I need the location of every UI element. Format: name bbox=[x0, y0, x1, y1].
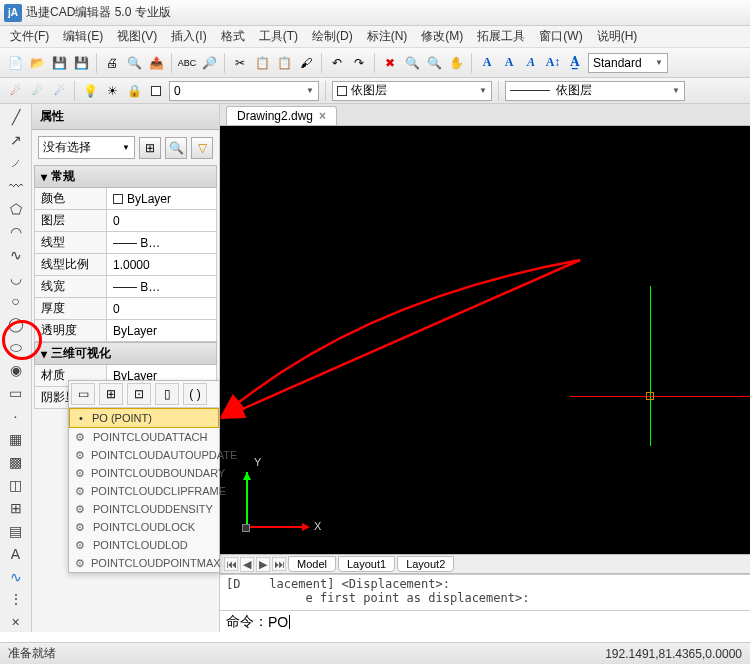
layout-tab-model[interactable]: Model bbox=[288, 556, 336, 572]
autocomplete-item[interactable]: •PO (POINT) bbox=[69, 408, 219, 428]
filter-icon[interactable]: ▽ bbox=[191, 137, 213, 159]
more-icon[interactable]: ⋮ bbox=[6, 590, 26, 609]
text-style-combo[interactable]: Standard▼ bbox=[588, 53, 668, 73]
autocomplete-item[interactable]: ⚙POINTCLOUDDENSITY bbox=[69, 500, 219, 518]
bulb-icon[interactable]: 💡 bbox=[81, 82, 99, 100]
property-row[interactable]: 颜色ByLayer bbox=[34, 188, 217, 210]
property-row[interactable]: 图层0 bbox=[34, 210, 217, 232]
region-icon[interactable]: ▩ bbox=[6, 452, 26, 471]
layout-tab-1[interactable]: Layout1 bbox=[338, 556, 395, 572]
copy-icon[interactable]: 📋 bbox=[253, 54, 271, 72]
spline-icon[interactable]: ∿ bbox=[6, 246, 26, 265]
saveall-icon[interactable]: 💾 bbox=[72, 54, 90, 72]
property-value[interactable]: —— B… bbox=[107, 276, 216, 297]
publish-icon[interactable]: 📤 bbox=[147, 54, 165, 72]
menu-ext[interactable]: 拓展工具 bbox=[477, 28, 525, 45]
property-row[interactable]: 线宽—— B… bbox=[34, 276, 217, 298]
new-icon[interactable]: 📄 bbox=[6, 54, 24, 72]
property-row[interactable]: 线型比例1.0000 bbox=[34, 254, 217, 276]
layout-nav-first[interactable]: ⏮ bbox=[224, 557, 238, 571]
layout-nav-next[interactable]: ▶ bbox=[256, 557, 270, 572]
property-row[interactable]: 线型—— B… bbox=[34, 232, 217, 254]
autocomplete-item[interactable]: ⚙POINTCLOUDBOUNDARY bbox=[69, 464, 219, 482]
tab-close-icon[interactable]: × bbox=[319, 109, 326, 123]
find-icon[interactable]: 🔎 bbox=[200, 54, 218, 72]
menu-draw[interactable]: 绘制(D) bbox=[312, 28, 353, 45]
polyline-icon[interactable]: 〰 bbox=[6, 177, 26, 196]
autocomplete-item[interactable]: ⚙POINTCLOUDATTACH bbox=[69, 428, 219, 446]
circle-icon[interactable]: ○ bbox=[6, 292, 26, 311]
circle2-icon[interactable]: ◯ bbox=[6, 315, 26, 334]
text-icon[interactable]: A bbox=[6, 544, 26, 563]
property-value[interactable]: 0 bbox=[107, 298, 216, 319]
ray-icon[interactable]: ↗ bbox=[6, 131, 26, 150]
menu-help[interactable]: 说明(H) bbox=[597, 28, 638, 45]
section-general[interactable]: ▾常规 bbox=[34, 165, 217, 188]
ac-btn2[interactable]: ⊞ bbox=[99, 383, 123, 405]
property-value[interactable]: —— B… bbox=[107, 232, 216, 253]
text-a2-icon[interactable]: A bbox=[500, 54, 518, 72]
ac-btn1[interactable]: ▭ bbox=[71, 383, 95, 405]
text-a1-icon[interactable]: A bbox=[478, 54, 496, 72]
donut-icon[interactable]: ◉ bbox=[6, 360, 26, 379]
zoom1-icon[interactable]: 🔍 bbox=[403, 54, 421, 72]
cut-icon[interactable]: ✂ bbox=[231, 54, 249, 72]
quickselect-icon[interactable]: ⊞ bbox=[139, 137, 161, 159]
text-a3-icon[interactable]: A bbox=[522, 54, 540, 72]
lock-icon[interactable]: 🔒 bbox=[125, 82, 143, 100]
arc-icon[interactable]: ◠ bbox=[6, 223, 26, 242]
menu-dim[interactable]: 标注(N) bbox=[367, 28, 408, 45]
layout-tab-2[interactable]: Layout2 bbox=[397, 556, 454, 572]
undo-icon[interactable]: ↶ bbox=[328, 54, 346, 72]
layer-tool1-icon[interactable]: ☄ bbox=[6, 82, 24, 100]
hatch-icon[interactable]: ▦ bbox=[6, 429, 26, 448]
menu-edit[interactable]: 编辑(E) bbox=[63, 28, 103, 45]
property-row[interactable]: 透明度ByLayer bbox=[34, 320, 217, 342]
property-row[interactable]: 厚度0 bbox=[34, 298, 217, 320]
ellipse-icon[interactable]: ⬭ bbox=[6, 338, 26, 357]
ac-btn3[interactable]: ⊡ bbox=[127, 383, 151, 405]
drawing-canvas[interactable]: Y X bbox=[220, 126, 750, 554]
redo-icon[interactable]: ↷ bbox=[350, 54, 368, 72]
property-value[interactable]: ByLayer bbox=[107, 188, 216, 209]
point-icon[interactable]: · bbox=[6, 406, 26, 425]
menu-tools[interactable]: 工具(T) bbox=[259, 28, 298, 45]
preview-icon[interactable]: 🔍 bbox=[125, 54, 143, 72]
menu-insert[interactable]: 插入(I) bbox=[171, 28, 206, 45]
matchprop-icon[interactable]: 🖌 bbox=[297, 54, 315, 72]
layout-nav-prev[interactable]: ◀ bbox=[240, 557, 254, 572]
ac-btn5[interactable]: ( ) bbox=[183, 383, 207, 405]
print-icon[interactable]: 🖨 bbox=[103, 54, 121, 72]
section-3d[interactable]: ▾三维可视化 bbox=[34, 342, 217, 365]
zoom2-icon[interactable]: 🔍 bbox=[425, 54, 443, 72]
paste-icon[interactable]: 📋 bbox=[275, 54, 293, 72]
layer-swatch-icon[interactable] bbox=[147, 82, 165, 100]
ellipse-arc-icon[interactable]: ◡ bbox=[6, 269, 26, 288]
menu-format[interactable]: 格式 bbox=[221, 28, 245, 45]
text-a4-icon[interactable]: A↕ bbox=[544, 54, 562, 72]
close-side-icon[interactable]: × bbox=[6, 613, 26, 632]
pan-icon[interactable]: ✋ bbox=[447, 54, 465, 72]
layer-tool3-icon[interactable]: ☄ bbox=[50, 82, 68, 100]
insert-icon[interactable]: ⊞ bbox=[6, 498, 26, 517]
command-line[interactable]: 命令： PO bbox=[220, 610, 750, 632]
text-a5-icon[interactable]: A̲ bbox=[566, 54, 584, 72]
ac-btn4[interactable]: ▯ bbox=[155, 383, 179, 405]
selectobj-icon[interactable]: 🔍 bbox=[165, 137, 187, 159]
line-icon[interactable]: ╱ bbox=[6, 108, 26, 127]
revcloud-icon[interactable]: ∿ bbox=[6, 567, 26, 586]
selection-combo[interactable]: 没有选择▼ bbox=[38, 136, 135, 159]
linetype-combo[interactable]: 依图层▼ bbox=[505, 81, 685, 101]
save-icon[interactable]: 💾 bbox=[50, 54, 68, 72]
table-icon[interactable]: ▤ bbox=[6, 521, 26, 540]
open-icon[interactable]: 📂 bbox=[28, 54, 46, 72]
layer-tool2-icon[interactable]: ☄ bbox=[28, 82, 46, 100]
erase-icon[interactable]: ✖ bbox=[381, 54, 399, 72]
xline-icon[interactable]: ⟋ bbox=[6, 154, 26, 173]
property-value[interactable]: ByLayer bbox=[107, 320, 216, 341]
sun-icon[interactable]: ☀ bbox=[103, 82, 121, 100]
layout-nav-last[interactable]: ⏭ bbox=[272, 557, 286, 571]
color-combo[interactable]: 依图层▼ bbox=[332, 81, 492, 101]
autocomplete-item[interactable]: ⚙POINTCLOUDAUTOUPDATE bbox=[69, 446, 219, 464]
block-icon[interactable]: ◫ bbox=[6, 475, 26, 494]
